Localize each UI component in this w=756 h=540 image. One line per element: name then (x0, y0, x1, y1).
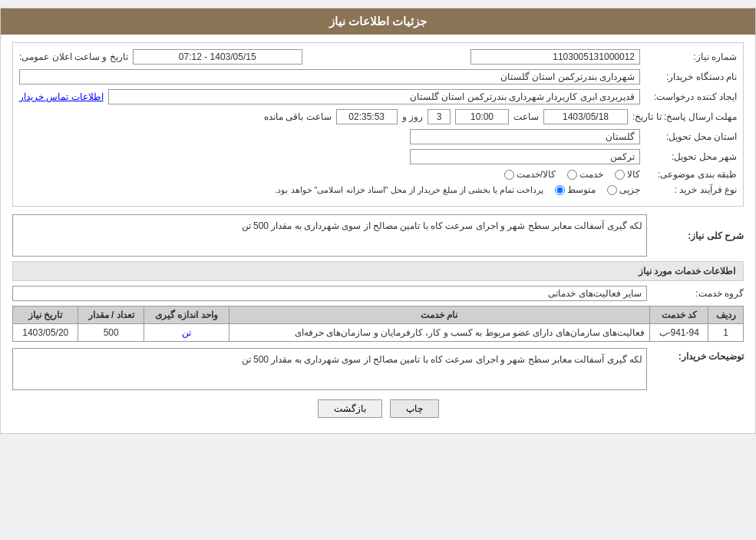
shahr-row: شهر محل تحویل: ترکمن (19, 149, 737, 164)
namDastgah-value: شهرداری بندرترکمن استان گلستان (19, 69, 640, 84)
sharhKoli-row: شرح کلی نیاز: لکه گیری آسفالت معابر سطح … (12, 214, 744, 257)
grooh-label: گروه خدمت: (652, 288, 744, 299)
tabaqe-row: طبقه بندی موضوعی: کالا/خدمت خدمت کالا (19, 169, 737, 180)
shahr-value: ترکمن (410, 149, 640, 164)
baghimande-label: ساعت باقی مانده (264, 111, 332, 122)
sharhKoli-label: شرح کلی نیاز: (652, 230, 744, 241)
radio-kalaKhedmat[interactable] (504, 170, 514, 180)
header-title: جزئیات اطلاعات نیاز (329, 15, 427, 28)
mohlat-date: 1403/05/18 (543, 109, 628, 124)
ostan-row: استان محل تحویل: گلستان (19, 129, 737, 144)
radio-khedmat-item: خدمت (567, 169, 603, 180)
section2-title: اطلاعات خدمات مورد نیاز (12, 261, 744, 281)
mohlat-label: مهلت ارسال پاسخ: تا تاریخ: (632, 111, 737, 122)
radio-kala[interactable] (615, 170, 625, 180)
radio-motawaset-label: متوسط (567, 184, 596, 195)
etelaatTamas-link[interactable]: اطلاعات تماس خریدار (19, 91, 104, 102)
bazgasht-button[interactable]: بازگشت (318, 399, 382, 418)
col-tedad: تعداد / مقدار (78, 306, 144, 324)
table-header-row: ردیف کد خدمت نام خدمت واحد اندازه گیری ت… (13, 306, 744, 324)
mohlat-row: مهلت ارسال پاسخ: تا تاریخ: 1403/05/18 سا… (19, 109, 737, 124)
radio-jozyi[interactable] (607, 185, 617, 195)
radio-jozyi-item: جزیی (607, 184, 640, 195)
namDastgah-label: نام دستگاه خریدار: (645, 71, 737, 82)
radio-kala-item: کالا (615, 169, 640, 180)
ijadKonande-label: ایجاد کننده درخواست: (645, 91, 737, 102)
shahr-label: شهر محل تحویل: (645, 151, 737, 162)
col-nam: نام خدمت (229, 306, 649, 324)
radio-jozyi-label: جزیی (619, 184, 640, 195)
col-kod: کد خدمت (649, 306, 708, 324)
chap-button[interactable]: چاپ (390, 399, 439, 418)
radio-kalaKhedmat-item: کالا/خدمت (504, 169, 556, 180)
cell-tarikh: 1403/05/20 (13, 324, 78, 342)
ijadKonande-value: قدیربردی ابری کاربردار شهرداری بندرترکمن… (108, 89, 640, 104)
main-content: شماره نیاز: 1103005131000012 1403/05/15 … (1, 35, 755, 433)
shomareNiaz-value: 1103005131000012 (470, 49, 640, 65)
cell-radif: 1 (708, 324, 744, 342)
radio-motawaset-item: متوسط (555, 184, 596, 195)
cell-tedad: 500 (78, 324, 144, 342)
noeFarayand-row: نوع فرآیند خرید : پرداخت تمام یا بخشی از… (19, 184, 737, 195)
radio-motawaset[interactable] (555, 185, 565, 195)
rooz-value: 3 (428, 109, 451, 124)
tawzih-label: توضیحات خریدار: (652, 348, 744, 362)
noeFarayand-label: نوع فرآیند خرید : (645, 184, 737, 195)
namDastgah-row: نام دستگاه خریدار: شهرداری بندرترکمن است… (19, 69, 737, 84)
header-bar: جزئیات اطلاعات نیاز (1, 8, 755, 35)
cell-kod: 941-94-ب (649, 324, 708, 342)
shomareNiaz-row: شماره نیاز: 1103005131000012 1403/05/15 … (19, 49, 737, 65)
saat-value: 10:00 (455, 109, 509, 124)
saat-label: ساعت (513, 111, 539, 122)
ijadKonande-row: ایجاد کننده درخواست: قدیربردی ابری کاربر… (19, 89, 737, 104)
col-vahed: واحد اندازه گیری (144, 306, 229, 324)
complaint-note: پرداخت تمام یا بخشی از مبلغ خریدار از مح… (275, 185, 543, 195)
radio-kala-label: کالا (627, 169, 640, 180)
col-tarikh: تاریخ نیاز (13, 306, 78, 324)
tarikhElan-label: تاریخ و ساعت اعلان عمومی: (19, 51, 128, 62)
cell-nam: فعالیت‌های سازمان‌های دارای عضو مربوط به… (229, 324, 649, 342)
radio-khedmat[interactable] (567, 170, 577, 180)
radio-khedmat-label: خدمت (579, 169, 603, 180)
tawzih-value: لکه گیری آسفالت معابر سطح شهر و اجرای سر… (12, 348, 647, 390)
tawzih-row: توضیحات خریدار: لکه گیری آسفالت معابر سط… (12, 348, 744, 390)
tabaqe-radio-group: کالا/خدمت خدمت کالا (504, 169, 640, 180)
grooh-row: گروه خدمت: سایر فعالیت‌های خدماتی (12, 286, 744, 301)
table-row: 1 941-94-ب فعالیت‌های سازمان‌های دارای ع… (13, 324, 744, 342)
radio-kalaKhedmat-label: کالا/خدمت (517, 169, 556, 180)
col-radif: ردیف (708, 306, 744, 324)
table-container: ردیف کد خدمت نام خدمت واحد اندازه گیری ت… (12, 306, 744, 342)
grooh-value: سایر فعالیت‌های خدماتی (12, 286, 647, 301)
shomareNiaz-label: شماره نیاز: (645, 51, 737, 62)
page-container: جزئیات اطلاعات نیاز شماره نیاز: 11030051… (0, 8, 756, 434)
ostan-label: استان محل تحویل: (645, 131, 737, 142)
tabaqe-label: طبقه بندی موضوعی: (645, 169, 737, 180)
rooz-label: روز و (402, 111, 423, 122)
sharhKoli-value: لکه گیری آسفالت معابر سطح شهر و اجرای سر… (12, 214, 647, 257)
button-row: چاپ بازگشت (12, 399, 744, 418)
tarikhElan-value: 1403/05/15 - 07:12 (133, 49, 302, 65)
ostan-value: گلستان (410, 129, 640, 144)
services-table: ردیف کد خدمت نام خدمت واحد اندازه گیری ت… (12, 306, 744, 342)
farayand-radio-group: پرداخت تمام یا بخشی از مبلغ خریدار از مح… (275, 184, 640, 195)
cell-vahed: تن (144, 324, 229, 342)
baghimande-value: 02:35:53 (336, 109, 398, 124)
basic-info-section: شماره نیاز: 1103005131000012 1403/05/15 … (12, 42, 744, 207)
